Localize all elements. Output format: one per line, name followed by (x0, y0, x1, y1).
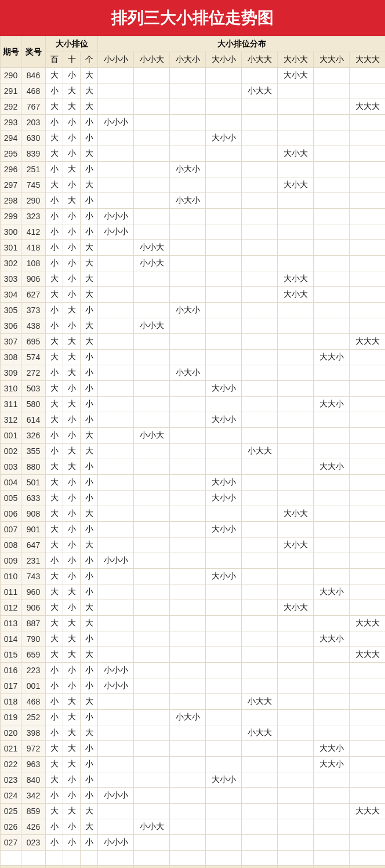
cell-dist (350, 569, 386, 584)
cell-period: 015 (1, 647, 21, 663)
cell-award: 630 (21, 130, 46, 146)
cell-dist (242, 115, 278, 130)
cell-pos: 小 (81, 631, 98, 647)
cell-dist (242, 491, 278, 506)
cell-period: 007 (1, 522, 21, 537)
cell-dist: 大小小 (206, 569, 242, 584)
cell-pos: 小 (63, 506, 81, 522)
cell-dist (98, 256, 134, 271)
table-row: 014790大大小大大小 (1, 631, 386, 647)
cell-period: 312 (1, 412, 21, 428)
table-row: 023840大小小大小小 (1, 772, 386, 788)
cell-pos: 小 (46, 710, 63, 725)
cell-award: 355 (21, 444, 46, 459)
table-row: 294630大小小大小小 (1, 130, 386, 146)
cell-award: 846 (21, 68, 46, 83)
header-dist-4: 小大大 (242, 52, 278, 68)
cell-dist (134, 788, 170, 804)
cell-dist (242, 678, 278, 694)
cell-dist: 大大大 (350, 647, 386, 663)
cell-pos: 小 (46, 209, 63, 224)
table-row: 299323小小小小小小 (1, 209, 386, 224)
cell-award: 839 (21, 146, 46, 162)
table-row: 309272小大小小大小 (1, 365, 386, 381)
cell-award: 908 (21, 506, 46, 522)
cell-dist: 大小小 (206, 772, 242, 788)
cell-period: 021 (1, 741, 21, 757)
page-title: 排列三大小排位走势图 (0, 0, 385, 36)
cell-dist (206, 835, 242, 851)
table-row: 006908大小大大小大 (1, 506, 386, 522)
cell-award: 231 (21, 553, 46, 569)
cell-dist (170, 678, 206, 694)
cell-pos: 大 (63, 83, 81, 99)
cell-pos: 小 (63, 146, 81, 162)
cell-dist (242, 772, 278, 788)
cell-dist: 小小小 (98, 678, 134, 694)
cell-dist (170, 694, 206, 710)
cell-pos: 小 (63, 115, 81, 130)
table-header: 期号 奖号 大小排位 大小排位分布 百 十 个 小小小 小小大 小大小 大小小 … (1, 37, 386, 68)
table-row: 293203小小小小小小 (1, 115, 386, 130)
footer-pos-ge: 个 (81, 866, 98, 869)
table-row: 020398小大大小大大 (1, 725, 386, 741)
cell-dist (242, 537, 278, 553)
cell-dist: 小小小 (98, 788, 134, 804)
cell-dist (206, 631, 242, 647)
cell-pos: 小 (81, 788, 98, 804)
table-row: 300412小小小小小小 (1, 224, 386, 240)
cell-dist (98, 616, 134, 631)
cell-pos: 大 (81, 318, 98, 334)
cell-dist (242, 428, 278, 444)
cell-dist (134, 804, 170, 819)
cell-pos: 小 (63, 553, 81, 569)
cell-dist (206, 99, 242, 115)
cell-dist (134, 287, 170, 303)
cell-award: 963 (21, 757, 46, 772)
cell-dist (170, 209, 206, 224)
cell-dist (134, 130, 170, 146)
table-row: 298290小大小小大小 (1, 193, 386, 209)
cell-dist (170, 616, 206, 631)
cell-period: 013 (1, 616, 21, 631)
cell-dist (314, 130, 350, 146)
cell-dist (98, 99, 134, 115)
cell-pos: 大 (63, 162, 81, 177)
cell-dist: 大小小 (206, 475, 242, 491)
cell-dist: 大大小 (314, 741, 350, 757)
cell-dist (170, 757, 206, 772)
cell-dist: 大大小 (314, 459, 350, 475)
cell-dist (278, 381, 314, 397)
cell-pos: 大 (46, 522, 63, 537)
cell-dist (314, 146, 350, 162)
cell-pos: 大 (81, 804, 98, 819)
cell-pos: 大 (46, 616, 63, 631)
cell-dist (314, 522, 350, 537)
cell-dist (170, 537, 206, 553)
cell-dist (98, 459, 134, 475)
cell-pos: 小 (46, 835, 63, 851)
cell-pos: 小 (81, 475, 98, 491)
cell-dist (170, 83, 206, 99)
cell-dist (98, 193, 134, 209)
cell-award: 251 (21, 162, 46, 177)
cell-dist (314, 616, 350, 631)
cell-dist (170, 647, 206, 663)
cell-pos: 小 (81, 381, 98, 397)
cell-period: 300 (1, 224, 21, 240)
cell-award: 223 (21, 663, 46, 678)
header-dist-0: 小小小 (98, 52, 134, 68)
cell-dist (242, 631, 278, 647)
cell-dist (206, 428, 242, 444)
cell-dist (350, 177, 386, 193)
table-row: 017001小小小小小小 (1, 678, 386, 694)
cell-pos: 小 (63, 130, 81, 146)
cell-dist (170, 99, 206, 115)
cell-dist (314, 303, 350, 318)
cell-pos: 小 (63, 819, 81, 835)
cell-period: 026 (1, 819, 21, 835)
cell-award: 426 (21, 819, 46, 835)
cell-dist (134, 271, 170, 287)
cell-dist (98, 381, 134, 397)
cell-dist (314, 804, 350, 819)
